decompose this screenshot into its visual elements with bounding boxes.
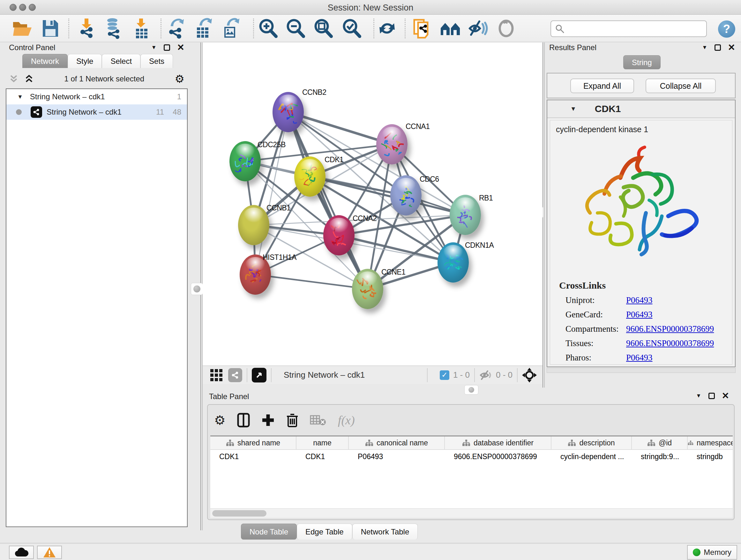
- column-header-name[interactable]: name: [296, 436, 349, 449]
- network-node-CCNB1[interactable]: [238, 205, 269, 245]
- panel-menu-icon[interactable]: ▼: [696, 393, 701, 399]
- collapse-all-icon[interactable]: [9, 75, 18, 83]
- tab-node-table[interactable]: Node Table: [241, 523, 297, 540]
- clone-network-button[interactable]: [410, 17, 433, 40]
- crosslink-link[interactable]: P06493: [626, 310, 653, 320]
- results-scrollbar[interactable]: [547, 368, 736, 373]
- import-network-database-button[interactable]: [102, 17, 125, 40]
- network-edge-CCNE1-HIST1H1A[interactable]: [255, 274, 367, 289]
- tab-sets[interactable]: Sets: [140, 54, 173, 68]
- search-field[interactable]: [550, 20, 707, 37]
- crosslink-link[interactable]: 9606.ENSP00000378699: [626, 338, 714, 348]
- cloud-button[interactable]: [9, 546, 34, 559]
- hidden-eye-icon[interactable]: [479, 370, 492, 381]
- hide-selected-button[interactable]: [467, 17, 490, 40]
- column-header-shared-name[interactable]: shared name: [210, 436, 296, 449]
- network-view-canvas[interactable]: CCNB2CCNA1CDC25BCDK1CDC6RB1CCNB1CCNA2CDK…: [203, 43, 542, 366]
- show-all-button[interactable]: [495, 17, 518, 40]
- tab-style[interactable]: Style: [68, 54, 102, 68]
- open-session-button[interactable]: [11, 17, 34, 40]
- selected-checkbox-icon[interactable]: ✓: [440, 370, 449, 380]
- network-node-CCNB2[interactable]: [273, 92, 304, 132]
- crosslink-link[interactable]: P06493: [626, 295, 653, 305]
- table-settings-gear-icon[interactable]: ⚙: [214, 413, 226, 428]
- table-cell[interactable]: CDK1: [210, 450, 296, 463]
- network-row[interactable]: String Network – cdk1 11 48: [6, 105, 187, 120]
- network-edge-CCNB2-HIST1H1A[interactable]: [255, 112, 288, 274]
- grid-view-icon[interactable]: [210, 368, 223, 382]
- close-panel-icon[interactable]: ✕: [177, 44, 185, 51]
- network-node-CCNE1[interactable]: [352, 269, 383, 309]
- float-panel-icon[interactable]: [715, 44, 721, 51]
- column-header-database-identifier[interactable]: database identifier: [445, 436, 551, 449]
- export-network-button[interactable]: [164, 17, 187, 40]
- table-cell[interactable]: cyclin-dependent ...: [551, 450, 632, 463]
- table-cell[interactable]: stringdb:9...: [632, 450, 688, 463]
- add-column-icon[interactable]: [261, 414, 275, 427]
- zoom-selected-button[interactable]: [340, 17, 363, 40]
- fit-content-icon[interactable]: [522, 368, 537, 382]
- table-horizontal-scrollbar[interactable]: [210, 508, 733, 518]
- tab-network-table[interactable]: Network Table: [352, 523, 418, 540]
- import-network-button[interactable]: [75, 17, 98, 40]
- close-panel-icon[interactable]: ✕: [728, 44, 735, 51]
- memory-button[interactable]: Memory: [687, 545, 737, 560]
- table-cell[interactable]: P06493: [349, 450, 445, 463]
- gene-expand-icon[interactable]: ▼: [570, 105, 576, 112]
- table-cell[interactable]: 9606.ENSP00000378699: [445, 450, 551, 463]
- crosslink-link[interactable]: 9606.ENSP00000378699: [626, 324, 714, 334]
- birdseye-view-icon[interactable]: [252, 368, 266, 382]
- refresh-button[interactable]: [376, 17, 399, 40]
- export-table-button[interactable]: [192, 17, 215, 40]
- export-image-button[interactable]: [219, 17, 242, 40]
- float-panel-icon[interactable]: [164, 44, 170, 51]
- delete-table-icon[interactable]: [310, 415, 327, 426]
- first-neighbors-button[interactable]: [439, 17, 462, 40]
- warning-button[interactable]: [37, 546, 62, 559]
- gene-header[interactable]: ▼ CDK1: [547, 100, 735, 118]
- close-panel-icon[interactable]: ✕: [722, 393, 729, 399]
- network-node-RB1[interactable]: [450, 195, 481, 235]
- tab-string[interactable]: String: [623, 55, 661, 69]
- table-row[interactable]: CDK1CDK1P064939606.ENSP00000378699cyclin…: [210, 450, 733, 463]
- left-splitter-handle[interactable]: [191, 283, 203, 295]
- zoom-fit-button[interactable]: [312, 17, 335, 40]
- column-header--id[interactable]: @id: [632, 436, 688, 449]
- tab-edge-table[interactable]: Edge Table: [297, 523, 352, 540]
- column-header-canonical-name[interactable]: canonical name: [349, 436, 445, 449]
- float-panel-icon[interactable]: [709, 393, 715, 399]
- network-collection-row[interactable]: ▼ String Network – cdk1 1: [6, 89, 187, 105]
- panel-menu-icon[interactable]: ▼: [151, 44, 157, 51]
- network-node-CDC6[interactable]: [390, 175, 421, 215]
- zoom-in-button[interactable]: [257, 17, 280, 40]
- function-builder-icon[interactable]: f(x): [338, 413, 355, 427]
- collapse-all-button[interactable]: Collapse All: [646, 78, 716, 93]
- network-options-gear-icon[interactable]: ⚙: [175, 72, 185, 85]
- tab-select[interactable]: Select: [102, 54, 140, 68]
- column-header-description[interactable]: description: [551, 436, 632, 449]
- crosslink-link[interactable]: P06493: [626, 353, 653, 363]
- network-node-CDK1[interactable]: [294, 157, 326, 197]
- search-input[interactable]: [564, 24, 698, 33]
- network-node-CCNA1[interactable]: [376, 124, 408, 165]
- help-button[interactable]: ?: [718, 20, 735, 38]
- expand-all-button[interactable]: Expand All: [570, 78, 634, 93]
- tab-network[interactable]: Network: [22, 54, 68, 68]
- expand-all-icon[interactable]: [24, 75, 34, 83]
- show-columns-icon[interactable]: [237, 413, 250, 428]
- panel-menu-icon[interactable]: ▼: [702, 44, 708, 51]
- save-session-button[interactable]: [39, 17, 62, 40]
- table-cell[interactable]: stringdb: [688, 450, 733, 463]
- import-table-button[interactable]: [130, 17, 153, 40]
- zoom-out-button[interactable]: [284, 17, 307, 40]
- network-node-CDC25B[interactable]: [229, 141, 261, 181]
- network-node-CCNA2[interactable]: [323, 215, 354, 255]
- scrollbar-thumb[interactable]: [212, 510, 266, 516]
- share-view-icon[interactable]: [228, 368, 242, 382]
- delete-column-icon[interactable]: [286, 413, 298, 428]
- collection-expand-icon[interactable]: ▼: [17, 94, 23, 100]
- network-node-CDKN1A[interactable]: [437, 242, 469, 283]
- network-edge-CCNB2-CCNE1[interactable]: [288, 112, 367, 289]
- column-header-namespace[interactable]: namespace: [688, 436, 733, 449]
- table-cell[interactable]: CDK1: [296, 450, 349, 463]
